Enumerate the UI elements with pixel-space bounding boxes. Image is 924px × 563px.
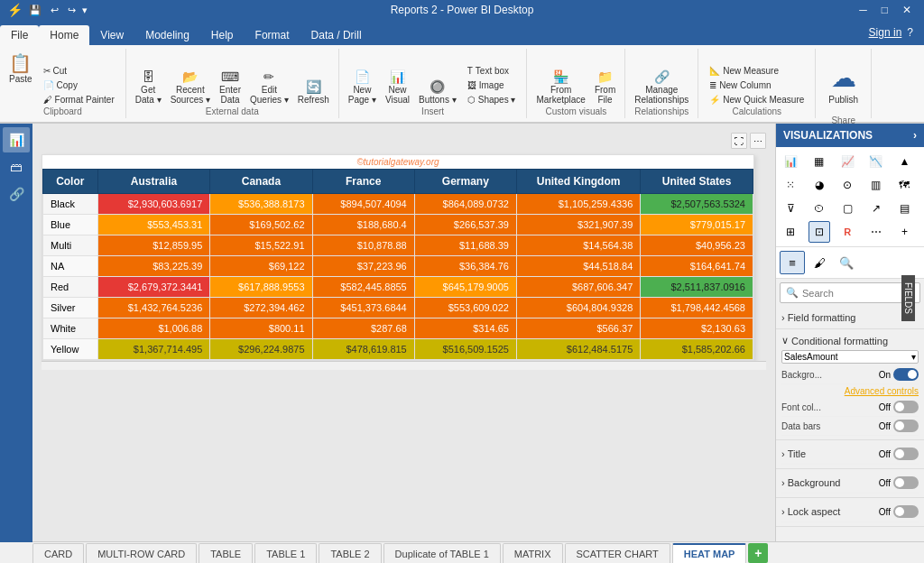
help-icon[interactable]: ?: [907, 26, 913, 39]
tab-multi-row-card[interactable]: MULTI-ROW CARD: [86, 543, 197, 563]
recent-sources-button[interactable]: 📂 RecentSources ▾: [167, 69, 214, 106]
data-cell: $2,511,837.0916: [641, 277, 753, 298]
tab-modeling[interactable]: Modeling: [134, 25, 200, 45]
viz-line-chart[interactable]: 📉: [865, 151, 887, 172]
tab-matrix[interactable]: MATRIX: [503, 543, 563, 563]
viz-area-chart[interactable]: ▲: [893, 151, 915, 172]
viz-r-visual[interactable]: R: [836, 221, 858, 243]
fit-view-button[interactable]: ⛶: [731, 133, 747, 149]
from-file-button[interactable]: 📁 FromFile: [591, 69, 619, 106]
viz-kpi[interactable]: ↗: [865, 198, 887, 219]
tab-table[interactable]: TABLE: [199, 543, 253, 563]
new-visual-button[interactable]: 📊 NewVisual: [382, 69, 413, 106]
tab-help[interactable]: Help: [200, 25, 245, 45]
font-color-toggle[interactable]: Off: [879, 401, 919, 413]
search-input[interactable]: [802, 288, 914, 299]
title-section-title[interactable]: › Title: [781, 447, 806, 461]
zoom-button[interactable]: ⋯: [750, 133, 766, 149]
shapes-button[interactable]: ⬡ Shapes ▾: [462, 93, 522, 106]
tab-scatter-chart[interactable]: SCATTER CHART: [565, 543, 670, 563]
bg-section-title[interactable]: › Background: [781, 475, 840, 490]
publish-button[interactable]: ☁ Publish: [821, 52, 865, 115]
add-tab-button[interactable]: +: [748, 543, 768, 563]
viz-scatter[interactable]: ⁙: [780, 174, 801, 196]
new-quick-measure-button[interactable]: ⚡ New Quick Measure: [704, 93, 809, 106]
sales-amount-dropdown[interactable]: SalesAmount ▾: [781, 350, 919, 364]
data-bars-toggle[interactable]: Off: [879, 420, 919, 432]
tab-data-drill[interactable]: Data / Drill: [300, 25, 373, 45]
data-view-icon[interactable]: 🗃: [3, 154, 30, 180]
close-button[interactable]: ✕: [897, 4, 917, 16]
conditional-formatting-title[interactable]: ∨ Conditional formatting: [781, 333, 919, 348]
tab-format[interactable]: Format: [245, 25, 300, 45]
quick-undo[interactable]: ↩: [48, 5, 61, 16]
viz-card[interactable]: ▢: [836, 198, 858, 219]
viz-more[interactable]: ⋯: [865, 221, 887, 243]
viz-slicer[interactable]: ▤: [893, 198, 915, 219]
viz-bar-chart[interactable]: 📊: [780, 151, 801, 172]
get-data-button[interactable]: 🗄 GetData ▾: [132, 69, 165, 106]
maximize-button[interactable]: □: [876, 4, 893, 16]
viz-donut[interactable]: ⊙: [836, 174, 858, 196]
tab-home[interactable]: Home: [39, 25, 89, 45]
new-measure-button[interactable]: 📐 New Measure: [704, 64, 809, 78]
format-painter-button[interactable]: 🖌 Format Painter: [38, 93, 120, 106]
enter-data-button[interactable]: ⌨ EnterData: [216, 69, 245, 106]
viz-matrix[interactable]: ⊡: [808, 221, 830, 243]
tab-table-2[interactable]: TABLE 2: [319, 543, 381, 563]
tab-duplicate-of-table-1[interactable]: Duplicate of TABLE 1: [383, 543, 501, 563]
viz-treemap[interactable]: ▥: [865, 174, 887, 196]
edit-queries-button[interactable]: ✏ EditQueries ▾: [246, 69, 292, 106]
quick-access-arrow[interactable]: ▾: [82, 5, 88, 16]
title-toggle[interactable]: Off: [879, 448, 919, 460]
viz-panel-arrow[interactable]: ›: [913, 129, 917, 142]
bg-toggle[interactable]: Off: [879, 476, 919, 489]
viz-map[interactable]: 🗺: [893, 174, 915, 196]
viz-custom[interactable]: +: [893, 221, 915, 243]
signin-label[interactable]: Sign in: [869, 26, 902, 39]
viz-gauge[interactable]: ⏲: [808, 198, 830, 219]
tab-table-1[interactable]: TABLE 1: [254, 543, 317, 563]
lock-aspect-toggle[interactable]: Off: [879, 505, 919, 518]
tab-heat-map[interactable]: HEAT MAP: [672, 543, 747, 563]
tab-file[interactable]: File: [0, 25, 39, 45]
viz-funnel[interactable]: ⊽: [780, 198, 801, 219]
font-color-toggle-switch[interactable]: [893, 401, 919, 413]
copy-button[interactable]: 📄 Copy: [38, 78, 120, 92]
report-view-icon[interactable]: 📊: [3, 127, 30, 152]
viz-table[interactable]: ⊞: [780, 221, 801, 243]
analytics-tool[interactable]: 🔍: [834, 251, 859, 274]
viz-stacked-bar[interactable]: ▦: [808, 151, 830, 172]
tab-card[interactable]: CARD: [32, 543, 84, 563]
refresh-button[interactable]: 🔄 Refresh: [294, 78, 333, 106]
fields-tool[interactable]: ≡: [780, 251, 805, 274]
new-page-button[interactable]: 📄 NewPage ▾: [345, 69, 380, 106]
text-box-button[interactable]: T Text box: [462, 64, 522, 78]
background-toggle-switch[interactable]: [893, 368, 919, 381]
viz-column-chart[interactable]: 📈: [836, 151, 858, 172]
format-tool[interactable]: 🖌: [807, 251, 832, 274]
new-column-button[interactable]: ≣ New Column: [704, 78, 809, 92]
viz-pie[interactable]: ◕: [808, 174, 830, 196]
lock-aspect-toggle-switch[interactable]: [893, 505, 919, 518]
fields-tab[interactable]: FIELDS: [901, 275, 915, 321]
field-formatting-title[interactable]: › Field formatting: [781, 310, 919, 325]
title-toggle-switch[interactable]: [893, 448, 919, 460]
model-view-icon[interactable]: 🔗: [3, 181, 30, 207]
lock-aspect-title[interactable]: › Lock aspect: [781, 504, 840, 519]
manage-relationships-button[interactable]: 🔗 ManageRelationships: [631, 69, 692, 106]
horizontal-scrollbar[interactable]: [42, 361, 766, 370]
from-marketplace-button[interactable]: 🏪 FromMarketplace: [532, 69, 588, 106]
cut-button[interactable]: ✂ Cut: [38, 64, 120, 78]
quick-redo[interactable]: ↪: [65, 5, 79, 16]
paste-button[interactable]: 📋 Paste: [5, 52, 36, 106]
tab-view[interactable]: View: [89, 25, 134, 45]
background-toggle[interactable]: On: [879, 368, 919, 381]
buttons-button[interactable]: 🔘 Buttons ▾: [415, 78, 460, 106]
image-button[interactable]: 🖼 Image: [462, 78, 522, 92]
minimize-button[interactable]: ─: [854, 4, 873, 16]
quick-save[interactable]: 💾: [26, 5, 44, 16]
bg-toggle-switch[interactable]: [893, 476, 919, 489]
advanced-controls-link[interactable]: Advanced controls: [781, 384, 919, 398]
data-bars-toggle-switch[interactable]: [893, 420, 919, 432]
